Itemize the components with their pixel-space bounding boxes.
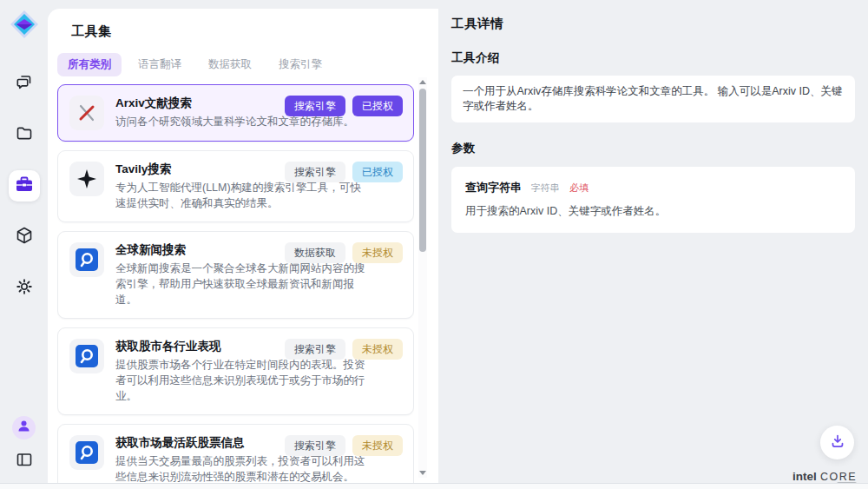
toolbox-icon [14, 174, 35, 198]
intel-core-logo: intel core Ultra [792, 470, 857, 483]
list-scrollbar[interactable] [418, 77, 427, 478]
sidebar-item-settings[interactable] [9, 273, 40, 304]
intro-card: 一个用于从Arxiv存储库搜索科学论文和文章的工具。 输入可以是Arxiv ID… [451, 76, 855, 122]
params-heading: 参数 [451, 141, 855, 156]
status-badge: 未授权 [352, 339, 403, 360]
intro-heading: 工具介绍 [451, 50, 855, 66]
tool-detail-panel: 工具详情 工具介绍 一个用于从Arxiv存储库搜索科学论文和文章的工具。 输入可… [438, 0, 868, 483]
tool-list: Arxiv文献搜索 访问各个研究领域大量科学论文和文章的存储库。 搜索引擎 已授… [57, 84, 414, 483]
tool-description: 提供当天交易量最高的股票列表，投资者可以利用这些信息来识别流动性强的股票和潜在的… [115, 453, 371, 483]
param-type: 字符串 [530, 182, 559, 193]
core-wordmark: core [820, 471, 857, 483]
gear-icon [15, 277, 34, 300]
param-card: 查询字符串 字符串 必填 用于搜索的Arxiv ID、关键字或作者姓名。 [451, 167, 855, 233]
status-badge: 已授权 [352, 162, 403, 182]
arxiv-icon [69, 96, 104, 130]
category-badge: 搜索引擎 [285, 162, 345, 182]
sidebar-nav [9, 68, 40, 304]
sidebar-bottom [12, 416, 36, 472]
detail-title: 工具详情 [451, 16, 855, 32]
scrollbar-thumb[interactable] [419, 89, 426, 252]
tavily-icon [69, 162, 104, 196]
tool-description: 全球新闻搜索是一个聚合全球各大新闻网站内容的搜索引擎，帮助用户快速获取全球最新资… [115, 261, 371, 307]
scroll-down-arrow[interactable] [419, 471, 426, 475]
status-badge: 已授权 [352, 96, 403, 116]
tool-badges: 搜索引擎 已授权 [285, 96, 403, 116]
collapse-panel-button[interactable] [15, 450, 34, 472]
tab-translate[interactable]: 语言翻译 [128, 53, 192, 76]
sidebar-item-tools[interactable] [9, 170, 40, 202]
category-tabs: 所有类别语言翻译数据获取搜索引擎 [57, 53, 438, 76]
user-avatar[interactable] [12, 416, 36, 439]
app-logo-icon [9, 9, 40, 40]
tool-card[interactable]: 获取股市各行业表现 提供股票市场各个行业在特定时间段内的表现。投资者可以利用这些… [57, 327, 414, 415]
category-badge: 搜索引擎 [285, 339, 345, 360]
tool-card[interactable]: 全球新闻搜索 全球新闻搜索是一个聚合全球各大新闻网站内容的搜索引擎，帮助用户快速… [57, 231, 414, 319]
sidebar-item-files[interactable] [9, 119, 40, 150]
intel-wordmark: intel [792, 470, 817, 483]
qnews-icon [69, 339, 104, 373]
tool-card[interactable]: Tavily搜索 专为人工智能代理(LLM)构建的搜索引擎工具，可快速提供实时、… [57, 150, 414, 222]
user-icon [16, 419, 31, 437]
page-title: 工具集 [48, 9, 438, 40]
tool-list-panel: 工具集 所有类别语言翻译数据获取搜索引擎 Arxiv文献搜索 访问各个研究领域大… [48, 9, 438, 483]
status-badge: 未授权 [352, 242, 403, 263]
cube-icon [15, 226, 34, 248]
folder-icon [15, 123, 34, 146]
scroll-up-arrow[interactable] [419, 80, 426, 84]
category-badge: 数据获取 [285, 242, 345, 263]
tool-badges: 搜索引擎 未授权 [285, 435, 403, 456]
tool-description: 专为人工智能代理(LLM)构建的搜索引擎工具，可快速提供实时、准确和真实的结果。 [115, 180, 371, 211]
tool-badges: 搜索引擎 已授权 [285, 162, 403, 182]
tool-badges: 搜索引擎 未授权 [285, 339, 403, 360]
category-badge: 搜索引擎 [285, 435, 345, 456]
panel-layout-icon [15, 457, 34, 472]
tab-data[interactable]: 数据获取 [198, 53, 262, 76]
tab-search[interactable]: 搜索引擎 [268, 53, 332, 76]
sidebar-item-chat[interactable] [9, 68, 40, 99]
sidebar [0, 0, 48, 483]
chat-icon [15, 72, 34, 95]
tool-card[interactable]: Arxiv文献搜索 访问各个研究领域大量科学论文和文章的存储库。 搜索引擎 已授… [57, 84, 414, 142]
tool-card[interactable]: 获取市场最活跃股票信息 提供当天交易量最高的股票列表，投资者可以利用这些信息来识… [57, 424, 414, 483]
tab-all[interactable]: 所有类别 [57, 53, 122, 76]
download-icon [829, 433, 846, 453]
window-bottom-strip [0, 484, 868, 489]
category-badge: 搜索引擎 [285, 96, 345, 116]
param-header: 查询字符串 字符串 必填 [465, 179, 841, 195]
qnews-icon [69, 435, 104, 470]
tool-badges: 数据获取 未授权 [285, 242, 403, 263]
param-name: 查询字符串 [465, 181, 522, 194]
download-button[interactable] [820, 426, 854, 459]
qnews-icon [69, 242, 104, 277]
param-required-flag: 必填 [569, 182, 589, 193]
sidebar-item-models[interactable] [9, 221, 40, 253]
tool-description: 提供股票市场各个行业在特定时间段内的表现。投资者可以利用这些信息来识别表现优于或… [115, 357, 371, 404]
param-description: 用于搜索的Arxiv ID、关键字或作者姓名。 [465, 204, 841, 219]
status-badge: 未授权 [352, 435, 403, 456]
